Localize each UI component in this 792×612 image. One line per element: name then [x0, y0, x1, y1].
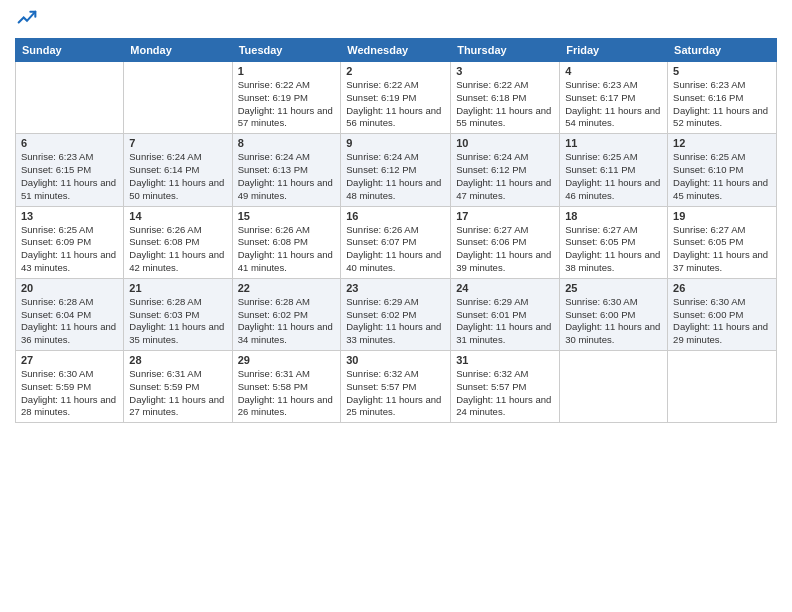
day-info: Sunrise: 6:28 AM Sunset: 6:04 PM Dayligh… [21, 296, 118, 347]
day-info: Sunrise: 6:29 AM Sunset: 6:01 PM Dayligh… [456, 296, 554, 347]
calendar-cell: 19Sunrise: 6:27 AM Sunset: 6:05 PM Dayli… [668, 206, 777, 278]
day-number: 2 [346, 65, 445, 77]
day-number: 30 [346, 354, 445, 366]
calendar-cell: 25Sunrise: 6:30 AM Sunset: 6:00 PM Dayli… [560, 278, 668, 350]
day-info: Sunrise: 6:28 AM Sunset: 6:03 PM Dayligh… [129, 296, 226, 347]
calendar-cell [560, 351, 668, 423]
calendar-cell [124, 62, 232, 134]
logo-bird-icon [17, 10, 37, 30]
day-info: Sunrise: 6:30 AM Sunset: 6:00 PM Dayligh… [673, 296, 771, 347]
calendar-cell: 6Sunrise: 6:23 AM Sunset: 6:15 PM Daylig… [16, 134, 124, 206]
day-number: 5 [673, 65, 771, 77]
day-info: Sunrise: 6:23 AM Sunset: 6:17 PM Dayligh… [565, 79, 662, 130]
weekday-header-wednesday: Wednesday [341, 39, 451, 62]
calendar-week-3: 13Sunrise: 6:25 AM Sunset: 6:09 PM Dayli… [16, 206, 777, 278]
day-number: 16 [346, 210, 445, 222]
calendar-cell: 5Sunrise: 6:23 AM Sunset: 6:16 PM Daylig… [668, 62, 777, 134]
weekday-header-thursday: Thursday [451, 39, 560, 62]
calendar-week-2: 6Sunrise: 6:23 AM Sunset: 6:15 PM Daylig… [16, 134, 777, 206]
calendar-cell: 29Sunrise: 6:31 AM Sunset: 5:58 PM Dayli… [232, 351, 341, 423]
day-info: Sunrise: 6:26 AM Sunset: 6:07 PM Dayligh… [346, 224, 445, 275]
day-number: 31 [456, 354, 554, 366]
calendar-cell: 10Sunrise: 6:24 AM Sunset: 6:12 PM Dayli… [451, 134, 560, 206]
day-info: Sunrise: 6:24 AM Sunset: 6:12 PM Dayligh… [346, 151, 445, 202]
calendar-week-5: 27Sunrise: 6:30 AM Sunset: 5:59 PM Dayli… [16, 351, 777, 423]
weekday-header-monday: Monday [124, 39, 232, 62]
day-number: 6 [21, 137, 118, 149]
day-number: 18 [565, 210, 662, 222]
logo [15, 10, 37, 30]
calendar-cell: 23Sunrise: 6:29 AM Sunset: 6:02 PM Dayli… [341, 278, 451, 350]
day-number: 23 [346, 282, 445, 294]
day-info: Sunrise: 6:24 AM Sunset: 6:14 PM Dayligh… [129, 151, 226, 202]
day-info: Sunrise: 6:23 AM Sunset: 6:16 PM Dayligh… [673, 79, 771, 130]
calendar-cell: 1Sunrise: 6:22 AM Sunset: 6:19 PM Daylig… [232, 62, 341, 134]
day-number: 10 [456, 137, 554, 149]
day-number: 13 [21, 210, 118, 222]
header [15, 10, 777, 30]
day-info: Sunrise: 6:31 AM Sunset: 5:58 PM Dayligh… [238, 368, 336, 419]
day-info: Sunrise: 6:29 AM Sunset: 6:02 PM Dayligh… [346, 296, 445, 347]
day-number: 26 [673, 282, 771, 294]
calendar-cell: 14Sunrise: 6:26 AM Sunset: 6:08 PM Dayli… [124, 206, 232, 278]
day-info: Sunrise: 6:24 AM Sunset: 6:13 PM Dayligh… [238, 151, 336, 202]
day-number: 29 [238, 354, 336, 366]
day-number: 1 [238, 65, 336, 77]
calendar-cell: 27Sunrise: 6:30 AM Sunset: 5:59 PM Dayli… [16, 351, 124, 423]
day-number: 9 [346, 137, 445, 149]
day-number: 7 [129, 137, 226, 149]
weekday-header-friday: Friday [560, 39, 668, 62]
calendar-cell: 28Sunrise: 6:31 AM Sunset: 5:59 PM Dayli… [124, 351, 232, 423]
weekday-header-saturday: Saturday [668, 39, 777, 62]
calendar-cell: 9Sunrise: 6:24 AM Sunset: 6:12 PM Daylig… [341, 134, 451, 206]
calendar-cell: 24Sunrise: 6:29 AM Sunset: 6:01 PM Dayli… [451, 278, 560, 350]
calendar-cell: 22Sunrise: 6:28 AM Sunset: 6:02 PM Dayli… [232, 278, 341, 350]
day-info: Sunrise: 6:22 AM Sunset: 6:18 PM Dayligh… [456, 79, 554, 130]
calendar-cell: 15Sunrise: 6:26 AM Sunset: 6:08 PM Dayli… [232, 206, 341, 278]
day-info: Sunrise: 6:22 AM Sunset: 6:19 PM Dayligh… [346, 79, 445, 130]
page: SundayMondayTuesdayWednesdayThursdayFrid… [0, 0, 792, 612]
day-number: 24 [456, 282, 554, 294]
weekday-header-sunday: Sunday [16, 39, 124, 62]
calendar-cell: 17Sunrise: 6:27 AM Sunset: 6:06 PM Dayli… [451, 206, 560, 278]
calendar-week-1: 1Sunrise: 6:22 AM Sunset: 6:19 PM Daylig… [16, 62, 777, 134]
day-info: Sunrise: 6:25 AM Sunset: 6:10 PM Dayligh… [673, 151, 771, 202]
day-info: Sunrise: 6:27 AM Sunset: 6:05 PM Dayligh… [565, 224, 662, 275]
day-info: Sunrise: 6:22 AM Sunset: 6:19 PM Dayligh… [238, 79, 336, 130]
day-number: 19 [673, 210, 771, 222]
calendar-cell: 31Sunrise: 6:32 AM Sunset: 5:57 PM Dayli… [451, 351, 560, 423]
day-info: Sunrise: 6:24 AM Sunset: 6:12 PM Dayligh… [456, 151, 554, 202]
day-number: 20 [21, 282, 118, 294]
calendar-cell: 2Sunrise: 6:22 AM Sunset: 6:19 PM Daylig… [341, 62, 451, 134]
calendar-cell: 20Sunrise: 6:28 AM Sunset: 6:04 PM Dayli… [16, 278, 124, 350]
day-number: 27 [21, 354, 118, 366]
calendar-week-4: 20Sunrise: 6:28 AM Sunset: 6:04 PM Dayli… [16, 278, 777, 350]
day-number: 25 [565, 282, 662, 294]
day-number: 15 [238, 210, 336, 222]
day-info: Sunrise: 6:27 AM Sunset: 6:05 PM Dayligh… [673, 224, 771, 275]
weekday-header-tuesday: Tuesday [232, 39, 341, 62]
day-info: Sunrise: 6:23 AM Sunset: 6:15 PM Dayligh… [21, 151, 118, 202]
day-number: 4 [565, 65, 662, 77]
day-info: Sunrise: 6:26 AM Sunset: 6:08 PM Dayligh… [238, 224, 336, 275]
calendar-cell: 18Sunrise: 6:27 AM Sunset: 6:05 PM Dayli… [560, 206, 668, 278]
day-info: Sunrise: 6:30 AM Sunset: 5:59 PM Dayligh… [21, 368, 118, 419]
calendar-cell: 13Sunrise: 6:25 AM Sunset: 6:09 PM Dayli… [16, 206, 124, 278]
calendar-header-row: SundayMondayTuesdayWednesdayThursdayFrid… [16, 39, 777, 62]
calendar-cell: 26Sunrise: 6:30 AM Sunset: 6:00 PM Dayli… [668, 278, 777, 350]
day-info: Sunrise: 6:28 AM Sunset: 6:02 PM Dayligh… [238, 296, 336, 347]
calendar-table: SundayMondayTuesdayWednesdayThursdayFrid… [15, 38, 777, 423]
calendar-cell: 4Sunrise: 6:23 AM Sunset: 6:17 PM Daylig… [560, 62, 668, 134]
day-number: 21 [129, 282, 226, 294]
calendar-cell [16, 62, 124, 134]
day-info: Sunrise: 6:31 AM Sunset: 5:59 PM Dayligh… [129, 368, 226, 419]
day-info: Sunrise: 6:25 AM Sunset: 6:09 PM Dayligh… [21, 224, 118, 275]
day-info: Sunrise: 6:27 AM Sunset: 6:06 PM Dayligh… [456, 224, 554, 275]
calendar-cell [668, 351, 777, 423]
day-info: Sunrise: 6:26 AM Sunset: 6:08 PM Dayligh… [129, 224, 226, 275]
calendar-cell: 16Sunrise: 6:26 AM Sunset: 6:07 PM Dayli… [341, 206, 451, 278]
calendar-cell: 21Sunrise: 6:28 AM Sunset: 6:03 PM Dayli… [124, 278, 232, 350]
day-number: 17 [456, 210, 554, 222]
day-info: Sunrise: 6:32 AM Sunset: 5:57 PM Dayligh… [346, 368, 445, 419]
day-number: 3 [456, 65, 554, 77]
